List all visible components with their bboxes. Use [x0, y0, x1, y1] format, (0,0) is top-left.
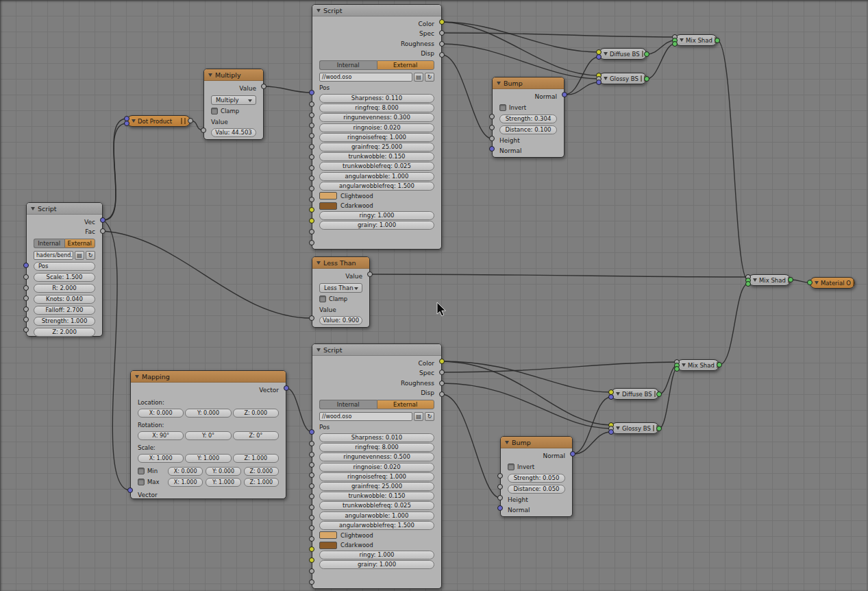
socket-script-bottom-lightwood-input[interactable] — [309, 546, 314, 552]
socket-script-top-input[interactable] — [309, 112, 314, 118]
strength-slider[interactable]: Strength: 0.304 — [499, 114, 557, 123]
rotation-y-field[interactable]: Y: 0° — [185, 431, 231, 440]
trunkwobblefreq-slider[interactable]: trunkwobblefreq: 0.025 — [319, 162, 434, 171]
file-browse-icon[interactable]: ▤ — [414, 412, 423, 421]
socket-mix-final-shader-output[interactable] — [788, 277, 793, 282]
socket-mix-bottom-shader-output[interactable] — [717, 362, 722, 367]
knots-slider[interactable]: Knots: 0.040 — [34, 295, 95, 304]
node-bump-top[interactable]: Bump Normal Invert Strength: 0.304 Dista… — [492, 77, 565, 158]
socket-bump-top-distance-input[interactable] — [489, 125, 495, 130]
node-header[interactable]: Script — [312, 344, 441, 356]
socket-script-top-roughness-output[interactable] — [439, 41, 445, 47]
node-script-bottom[interactable]: Script Color Spec Roughness Disp Interna… — [312, 343, 442, 589]
socket-script-top-input[interactable] — [309, 197, 314, 202]
socket-script-left-strength-input[interactable] — [23, 317, 29, 322]
collapse-arrow-icon[interactable] — [135, 375, 139, 378]
color-swatch-darkwood[interactable] — [319, 202, 337, 210]
node-editor-canvas[interactable]: Script Vec Fac Internal External haders/… — [0, 0, 868, 591]
node-mix-shader-top[interactable]: Mix Shad — [675, 34, 717, 46]
socket-script-bottom-input[interactable] — [309, 483, 314, 489]
node-header[interactable]: Script — [27, 203, 102, 215]
socket-diffuse-bottom-bsdf-output[interactable] — [656, 391, 662, 397]
min-x-field[interactable]: X: 0.000 — [168, 467, 203, 476]
node-mapping[interactable]: Mapping Vector Location: X: 0.000 Y: 0.0… — [130, 370, 286, 499]
node-header[interactable]: Less Than — [312, 257, 369, 269]
collapse-arrow-icon[interactable] — [208, 73, 212, 77]
min-z-field[interactable]: Z: 0.000 — [244, 467, 279, 476]
ringy-slider[interactable]: ringy: 1.000 — [319, 551, 434, 559]
rotation-z-field[interactable]: Z: 0° — [233, 431, 279, 440]
socket-mix-top-shader-output[interactable] — [715, 38, 720, 43]
scale-x-field[interactable]: X: 1.000 — [138, 454, 184, 463]
script-file-input[interactable]: haders/bend.osl — [34, 251, 73, 260]
invert-checkbox[interactable] — [499, 104, 506, 111]
collapse-arrow-icon[interactable] — [132, 119, 136, 123]
clamp-checkbox[interactable] — [211, 108, 218, 114]
grainfreq-slider[interactable]: grainfreq: 25.000 — [319, 143, 434, 152]
socket-script-bottom-input[interactable] — [309, 462, 314, 468]
tab-external[interactable]: External — [377, 400, 435, 409]
distance-slider[interactable]: Distance: 0.100 — [499, 125, 557, 134]
node-dot-product[interactable]: Dot Product — [127, 115, 190, 127]
clamp-checkbox[interactable] — [319, 296, 326, 302]
socket-script-left-fac-output[interactable] — [100, 228, 106, 234]
collapse-arrow-icon[interactable] — [317, 9, 321, 12]
socket-script-top-input[interactable] — [309, 123, 314, 128]
socket-script-bottom-spec-output[interactable] — [439, 370, 445, 375]
socket-script-left-z-input[interactable] — [23, 327, 29, 333]
socket-script-bottom-input[interactable] — [309, 515, 314, 520]
trunkwobble-slider[interactable]: trunkwobble: 0.150 — [319, 152, 434, 161]
collapse-arrow-icon[interactable] — [317, 261, 321, 265]
socket-script-top-spec-output[interactable] — [439, 30, 445, 36]
socket-script-bottom-ringy-input[interactable] — [309, 568, 314, 574]
node-multiply[interactable]: Multiply Value Multiply Clamp Value Valu… — [203, 69, 264, 140]
socket-glossy-top-bsdf-output[interactable] — [644, 76, 649, 82]
operation-dropdown[interactable]: Less Than — [319, 283, 362, 293]
ringnoise-slider[interactable]: ringnoise: 0.020 — [319, 463, 434, 472]
socket-script-top-color-output[interactable] — [439, 19, 445, 25]
socket-bump-top-height-input[interactable] — [489, 136, 495, 141]
node-glossy-bsdf-bottom[interactable]: Glossy BS — [611, 422, 659, 434]
socket-dot-product-output[interactable] — [188, 118, 193, 123]
node-material-output[interactable]: Material O — [810, 277, 855, 289]
max-y-field[interactable]: Y: 1.000 — [206, 478, 240, 487]
ringnoisefreq-slider[interactable]: ringnoisefreq: 1.000 — [319, 133, 434, 142]
collapse-arrow-icon[interactable] — [616, 392, 620, 396]
max-z-field[interactable]: Z: 1.000 — [244, 478, 279, 487]
ringnoise-slider[interactable]: ringnoise: 0.020 — [319, 123, 434, 132]
distance-slider[interactable]: Distance: 0.050 — [508, 485, 565, 494]
socket-script-top-lightwood-input[interactable] — [309, 207, 314, 213]
file-browse-icon[interactable]: ▤ — [414, 73, 423, 82]
min-checkbox[interactable] — [138, 468, 145, 474]
socket-script-bottom-input[interactable] — [309, 441, 314, 446]
ringunevenness-slider[interactable]: ringunevenness: 0.300 — [319, 113, 434, 122]
node-diffuse-bsdf-top[interactable]: Diffuse BS — [599, 48, 647, 60]
file-refresh-icon[interactable]: ↻ — [86, 251, 95, 260]
operation-dropdown[interactable]: Multiply — [211, 95, 256, 105]
socket-script-top-ringy-input[interactable] — [309, 229, 314, 234]
socket-script-bottom-pos-input[interactable] — [309, 429, 314, 435]
invert-checkbox[interactable] — [508, 463, 514, 470]
socket-script-top-input[interactable] — [309, 186, 314, 191]
tab-internal[interactable]: Internal — [319, 400, 377, 409]
socket-glossy-bottom-normal-input[interactable] — [608, 429, 614, 435]
socket-script-left-knots-input[interactable] — [23, 296, 29, 301]
collapse-arrow-icon[interactable] — [604, 52, 608, 56]
node-mix-shader-final[interactable]: Mix Shad — [748, 274, 791, 286]
color-swatch-lightwood[interactable] — [319, 192, 337, 200]
socket-script-bottom-input[interactable] — [309, 525, 314, 531]
collapse-arrow-icon[interactable] — [505, 441, 509, 444]
socket-script-top-input[interactable] — [309, 176, 314, 181]
socket-bump-top-normal-input[interactable] — [489, 146, 495, 152]
socket-mapping-vector-output[interactable] — [284, 385, 289, 391]
collapse-arrow-icon[interactable] — [604, 77, 608, 80]
collapse-arrow-icon[interactable] — [682, 363, 686, 367]
socket-multiply-value-output[interactable] — [261, 84, 266, 89]
socket-script-bottom-input[interactable] — [309, 536, 314, 542]
socket-script-bottom-input[interactable] — [309, 494, 314, 499]
collapse-arrow-icon[interactable] — [31, 207, 35, 210]
node-header[interactable]: Script — [312, 5, 441, 16]
socket-material-output-surface-input[interactable] — [807, 280, 813, 285]
r-slider[interactable]: R: 2.000 — [34, 284, 95, 293]
socket-less-than-output[interactable] — [367, 272, 373, 277]
